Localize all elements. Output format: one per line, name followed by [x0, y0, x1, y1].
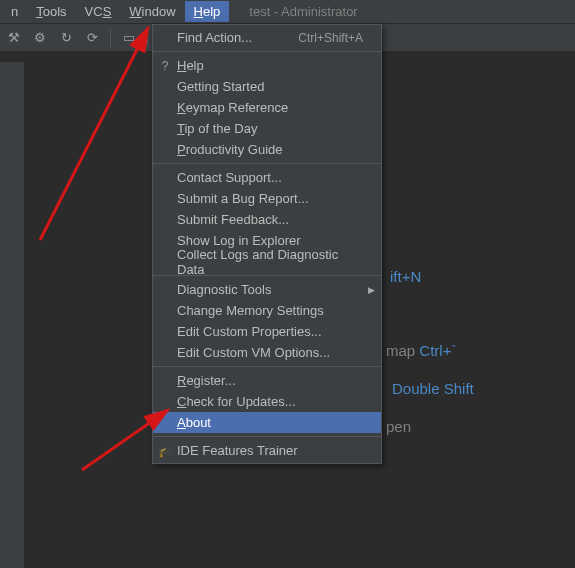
menu-check-updates[interactable]: Check for Updates...	[153, 391, 381, 412]
menu-tip-of-day[interactable]: Tip of the Day	[153, 118, 381, 139]
menu-vcs[interactable]: VCS	[76, 1, 121, 22]
menu-separator	[153, 436, 381, 437]
menu-find-action[interactable]: Find Action... Ctrl+Shift+A	[153, 27, 381, 48]
menu-submit-bug[interactable]: Submit a Bug Report...	[153, 188, 381, 209]
menu-separator	[153, 163, 381, 164]
chevron-right-icon: ▶	[368, 285, 375, 295]
menu-productivity-guide[interactable]: Productivity Guide	[153, 139, 381, 160]
menu-register[interactable]: Register...	[153, 370, 381, 391]
menu-collect-logs[interactable]: Collect Logs and Diagnostic Data	[153, 251, 381, 272]
menu-window[interactable]: Window	[120, 1, 184, 22]
gear-icon[interactable]: ⚙	[30, 28, 50, 48]
menu-separator	[153, 366, 381, 367]
menu-submit-feedback[interactable]: Submit Feedback...	[153, 209, 381, 230]
menu-separator	[153, 51, 381, 52]
hammer-icon[interactable]: ⚒	[4, 28, 24, 48]
toolbar-separator	[147, 29, 148, 47]
help-dropdown: Find Action... Ctrl+Shift+A ? Help Getti…	[152, 24, 382, 464]
menubar: n Tools VCS Window Help test - Administr…	[0, 0, 575, 24]
toolbar-separator	[110, 29, 111, 47]
menu-ide-trainer[interactable]: 🎓 IDE Features Trainer	[153, 440, 381, 461]
hint-double-shift: Double Shift	[392, 380, 474, 397]
menu-run-partial[interactable]: n	[2, 1, 27, 22]
hint-shortcut-1: ift+N	[390, 268, 421, 285]
menu-tools[interactable]: Tools	[27, 1, 75, 22]
menu-diagnostic-tools[interactable]: Diagnostic Tools ▶	[153, 279, 381, 300]
question-icon: ?	[157, 59, 173, 73]
hint-open: pen	[386, 418, 411, 435]
refresh-icon[interactable]: ⟳	[82, 28, 102, 48]
window-title: test - Administrator	[229, 4, 357, 19]
menu-keymap-reference[interactable]: Keymap Reference	[153, 97, 381, 118]
menu-edit-properties[interactable]: Edit Custom Properties...	[153, 321, 381, 342]
hint-keymap: map Ctrl+`	[386, 342, 456, 359]
menu-about[interactable]: About	[153, 412, 381, 433]
arrows-icon[interactable]: ↻	[56, 28, 76, 48]
box-icon[interactable]: ▭	[119, 28, 139, 48]
menu-change-memory[interactable]: Change Memory Settings	[153, 300, 381, 321]
graduation-cap-icon: 🎓	[157, 444, 173, 458]
menu-help-topics[interactable]: ? Help	[153, 55, 381, 76]
menu-help[interactable]: Help	[185, 1, 230, 22]
menu-edit-vm-options[interactable]: Edit Custom VM Options...	[153, 342, 381, 363]
menu-contact-support[interactable]: Contact Support...	[153, 167, 381, 188]
menu-getting-started[interactable]: Getting Started	[153, 76, 381, 97]
